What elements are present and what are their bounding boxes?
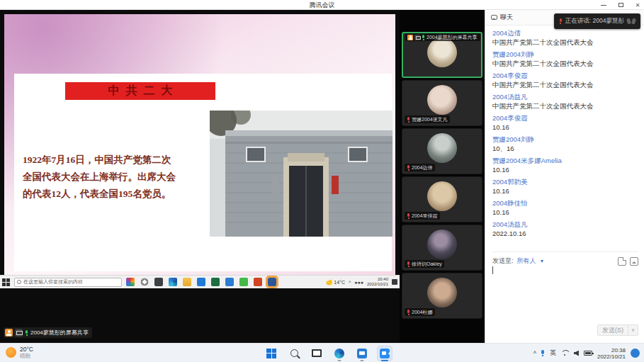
- chat-message: 2004汤益凡 中国共产党第二十次全国代表大会: [492, 92, 638, 111]
- date: 2022/10/21: [597, 353, 626, 360]
- app-titlebar: 腾讯会议 ✕: [0, 0, 644, 10]
- message-text: 中国共产党第二十次全国代表大会: [492, 101, 638, 111]
- mic-active-icon: [25, 330, 28, 336]
- weather-widget[interactable]: 14°C: [326, 279, 345, 285]
- message-sender: 贾姗2004刘静: [492, 50, 638, 59]
- message-text: 10.16: [492, 123, 638, 132]
- app-icon[interactable]: [211, 278, 220, 286]
- participant-strip: 2004廖慧彤的屏幕共享 贾姗2004张文凡: [400, 10, 485, 343]
- participant-tile[interactable]: 2004边倩: [402, 128, 482, 174]
- minimize-button[interactable]: [600, 1, 607, 9]
- app-icon[interactable]: [197, 278, 205, 286]
- app-title: 腾讯会议: [0, 1, 644, 10]
- edge-icon: [334, 349, 344, 358]
- participant-tile[interactable]: 贾姗2004张文凡: [402, 80, 482, 126]
- search-placeholder: 在这里输入你要搜索的内容: [23, 278, 83, 285]
- ime-indicator[interactable]: 英: [550, 349, 556, 358]
- participant-name: 2004杜娜: [412, 309, 433, 316]
- tencent-meeting-button[interactable]: [377, 346, 392, 361]
- presentation-slide: 中共二大 1922年7月16日，中国共产党第二次全国代表大会在上海举行。出席大会…: [4, 14, 395, 275]
- chat-message-list: 2004边倩 中国共产党第二十次全国代表大会 贾姗2004刘静 中国共产党第二十…: [492, 28, 638, 241]
- video-camera-icon: [380, 349, 390, 358]
- shared-screen-area: 中共二大 1922年7月16日，中国共产党第二次全国代表大会在上海举行。出席大会…: [0, 10, 400, 343]
- speaking-text: 正在讲话: 2004廖慧彤: [565, 17, 624, 26]
- app-icon[interactable]: [169, 278, 177, 286]
- participant-label: 徐诗玥Oakley: [405, 260, 444, 268]
- weather-temp: 14°C: [334, 280, 345, 285]
- chevron-down-icon[interactable]: ▼: [540, 259, 545, 264]
- close-button[interactable]: ✕: [634, 1, 641, 9]
- app-icon[interactable]: [254, 278, 262, 286]
- app-icon[interactable]: [126, 278, 135, 286]
- slide-body-line: 1922年7月16日，中国共产党第二次: [23, 152, 218, 169]
- speaker-icon[interactable]: [574, 351, 579, 356]
- chat-message: 2004静佳怡 10.16: [492, 198, 638, 217]
- image-icon[interactable]: [630, 257, 638, 266]
- mic-muted-icon: [407, 117, 410, 123]
- chat-message: 2004李俊霞 中国共产党第二十次全国代表大会: [492, 71, 638, 89]
- message-sender: 2004汤益凡: [492, 92, 638, 101]
- weather-widget[interactable]: 20°C 晴朗: [6, 346, 33, 359]
- wifi-icon[interactable]: [561, 350, 569, 356]
- member-badge-icon: [407, 35, 413, 40]
- chat-panel: 聊天 正在讲话: 2004廖慧彤 2004边倩 中国共产党第二十次全国代表大会 …: [485, 10, 644, 343]
- search-button[interactable]: [286, 346, 302, 361]
- building-photo: [210, 111, 392, 237]
- avatar: [427, 230, 457, 259]
- send-to-row: 发送至: 所有人 ▼: [492, 251, 638, 266]
- raise-hand-icon: [627, 18, 635, 25]
- restore-button[interactable]: [617, 1, 624, 9]
- clock[interactable]: 20:40 2022/10/21: [367, 277, 388, 287]
- avatar: [427, 85, 457, 115]
- notification-badge[interactable]: [631, 349, 640, 358]
- start-button-icon[interactable]: [2, 278, 10, 286]
- slide-body-text: 1922年7月16日，中国共产党第二次全国代表大会在上海举行。出席大会的代表12…: [23, 152, 218, 203]
- screenshot-icon[interactable]: [618, 257, 626, 266]
- chat-bubble-icon: [491, 15, 497, 20]
- slide-title-banner: 中共二大: [65, 82, 215, 100]
- message-text: 2022.10.16: [492, 229, 638, 238]
- speaking-indicator-tooltip: 正在讲话: 2004廖慧彤: [554, 13, 640, 29]
- clock[interactable]: 20:38 2022/10/21: [597, 347, 626, 360]
- tray-chevron-icon[interactable]: ^: [349, 280, 351, 285]
- app-icon[interactable]: [239, 278, 248, 286]
- app-icon[interactable]: [140, 278, 149, 286]
- message-sender: 贾姗2004米多娜Amelia: [492, 156, 638, 165]
- sun-icon: [6, 347, 16, 358]
- time: 20:38: [597, 347, 626, 353]
- message-text: 10.16: [492, 186, 638, 196]
- sharer-name-overlay: 2004廖慧彤的屏幕共享: [4, 327, 92, 338]
- tray-icons: ●●●: [354, 280, 363, 285]
- screen-share-icon: [15, 329, 23, 336]
- chat-app-button[interactable]: [354, 346, 370, 361]
- participant-label: 2004覃佳霞: [405, 212, 440, 220]
- message-sender: 2004汤益凡: [492, 220, 638, 229]
- windows-search-box[interactable]: 在这里输入你要搜索的内容: [14, 278, 122, 287]
- message-text: 中国共产党第二十次全国代表大会: [492, 38, 638, 47]
- speaking-mic-icon: [559, 18, 563, 24]
- file-explorer-button[interactable]: [309, 346, 324, 361]
- app-icon[interactable]: [154, 278, 163, 286]
- start-button[interactable]: [264, 346, 279, 361]
- battery-icon[interactable]: [584, 351, 592, 356]
- chat-input[interactable]: [492, 265, 638, 315]
- mic-tray-icon[interactable]: [541, 350, 545, 356]
- app-icon[interactable]: [268, 278, 276, 286]
- avatar: [427, 278, 457, 307]
- participant-tile[interactable]: 2004杜娜: [402, 273, 482, 319]
- send-options-caret[interactable]: ∨: [628, 325, 638, 335]
- slide-body-line: 全国代表大会在上海举行。出席大会: [23, 169, 218, 186]
- participant-tile[interactable]: 徐诗玥Oakley: [402, 225, 482, 271]
- shared-windows10-taskbar: 在这里输入你要搜索的内容 14°C ^ ●●● 20:40 2022/10/21: [0, 275, 400, 288]
- participant-label: 贾姗2004张文凡: [405, 115, 450, 123]
- app-icon[interactable]: [225, 278, 234, 286]
- participant-tile[interactable]: 2004廖慧彤的屏幕共享: [402, 32, 482, 78]
- participant-name: 贾姗2004张文凡: [412, 116, 448, 123]
- participant-tile[interactable]: 2004覃佳霞: [402, 176, 482, 222]
- search-icon: [17, 280, 21, 284]
- app-icon[interactable]: [183, 278, 191, 286]
- edge-browser-button[interactable]: [332, 346, 347, 361]
- send-button[interactable]: 发送(S) ∨: [597, 324, 638, 336]
- action-center-icon[interactable]: [392, 279, 397, 285]
- tray-chevron-icon[interactable]: ^: [533, 350, 536, 357]
